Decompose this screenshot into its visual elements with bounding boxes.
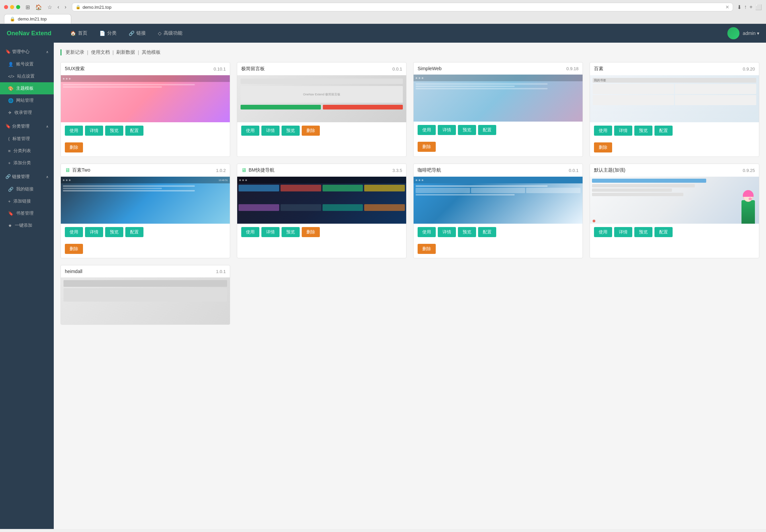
browser-tabs: 🔒 demo.lm21.top <box>4 14 762 24</box>
clear-url-button[interactable]: ✕ <box>725 4 729 10</box>
prev-button[interactable]: ‹ <box>56 3 60 11</box>
sidebar-item-account[interactable]: 👤 账号设置 <box>0 58 54 70</box>
detail-baisu-button[interactable]: 详情 <box>614 126 632 136</box>
preview-jijian-button[interactable]: 预览 <box>282 126 300 136</box>
config-coffee-button[interactable]: 配置 <box>478 227 496 237</box>
top-nav: OneNav Extend 🏠 首页 📄 分类 🔗 链接 ◇ 高级功能 admi <box>0 24 766 43</box>
detail-baisutwo-button[interactable]: 详情 <box>85 227 103 237</box>
sidebar: 🔖 管理中心 ∧ 👤 账号设置 </> 站点设置 🎨 主题模板 🌐 <box>0 43 54 529</box>
theme-name-bm: 🖥 BM快捷导航 <box>241 167 274 173</box>
links-group-label: 🔗 链接管理 <box>5 174 30 180</box>
sidebar-item-addlink[interactable]: + 添加链接 <box>0 195 54 207</box>
config-default-button[interactable]: 配置 <box>654 227 673 237</box>
delete-coffee-button[interactable]: 删除 <box>418 244 436 254</box>
detail-5iux-button[interactable]: 详情 <box>85 126 103 136</box>
config-5iux-button[interactable]: 配置 <box>125 126 143 136</box>
sidebar-item-site[interactable]: </> 站点设置 <box>0 70 54 82</box>
sidebar-item-quickadd[interactable]: ★ 一键添加 <box>0 219 54 231</box>
delete-simpleweb-button[interactable]: 删除 <box>418 142 436 152</box>
preview-baisu-button[interactable]: 预览 <box>634 126 652 136</box>
config-baisutwo-button[interactable]: 配置 <box>125 227 143 237</box>
sidebar-item-tags[interactable]: ⟨ 标签管理 <box>0 133 54 145</box>
share-button[interactable]: ↑ <box>744 4 747 10</box>
back-button[interactable]: ⊞ <box>24 3 31 11</box>
nav-item-home[interactable]: 🏠 首页 <box>65 28 93 39</box>
links-group-icon: 🔗 <box>5 174 11 179</box>
detail-bm-button[interactable]: 详情 <box>261 227 280 237</box>
sidebar-item-mylinks[interactable]: 🔗 我的链接 <box>0 183 54 195</box>
sidebar-group-header-links[interactable]: 🔗 链接管理 ∧ <box>0 170 54 183</box>
bookmark-icon: 🔖 <box>8 211 13 216</box>
browser-chrome: ⊞ 🏠 ☆ ‹ › 🔒 ✕ ⬇ ↑ + ⬜ 🔒 demo.lm21.top <box>0 0 766 24</box>
theme-actions-baisutwo: 使用 详情 预览 配置 <box>61 224 230 240</box>
theme-actions-simpleweb: 使用 详情 预览 配置 <box>414 122 583 138</box>
list-icon: ≡ <box>8 148 11 153</box>
preview-baisutwo-button[interactable]: 预览 <box>105 227 123 237</box>
theme-card-5iux: 5IUX搜索 0.10.1 <box>60 62 230 157</box>
use-5iux-button[interactable]: 使用 <box>65 126 83 136</box>
sidebar-group-category: 🔖 分类管理 ∧ ⟨ 标签管理 ≡ 分类列表 + 添加分类 <box>0 120 54 169</box>
delete-baisu-button[interactable]: 删除 <box>594 142 612 152</box>
address-bar[interactable]: 🔒 ✕ <box>72 3 733 11</box>
download-button[interactable]: ⬇ <box>737 4 741 10</box>
active-tab[interactable]: 🔒 demo.lm21.top <box>4 14 71 24</box>
nav-right: admin ▾ <box>727 27 759 39</box>
sidebar-item-website[interactable]: 🌐 网站管理 <box>0 94 54 106</box>
next-button[interactable]: › <box>63 3 68 11</box>
breadcrumb-refresh[interactable]: 刷新数据 <box>116 49 135 55</box>
preview-simpleweb-button[interactable]: 预览 <box>458 125 476 135</box>
theme-actions-baisu: 使用 详情 预览 配置 <box>590 122 759 139</box>
preview-5iux-button[interactable]: 预览 <box>105 126 123 136</box>
theme-actions-jijian: 使用 详情 预览 删除 <box>237 122 406 139</box>
use-jijian-button[interactable]: 使用 <box>241 126 259 136</box>
breadcrumb-update[interactable]: 更新记录 <box>66 49 84 55</box>
nav-item-advanced[interactable]: ◇ 高级功能 <box>153 28 188 39</box>
preview-bm-button[interactable]: 预览 <box>282 227 300 237</box>
use-bm-button[interactable]: 使用 <box>241 227 259 237</box>
preview-default-button[interactable]: 预览 <box>634 227 652 237</box>
use-coffee-button[interactable]: 使用 <box>418 227 436 237</box>
sidebar-item-bookmarks[interactable]: 🔖 书签管理 <box>0 207 54 219</box>
detail-default-button[interactable]: 详情 <box>614 227 632 237</box>
maximize-button[interactable] <box>16 5 20 9</box>
sidebar-group-header-management[interactable]: 🔖 管理中心 ∧ <box>0 45 54 58</box>
admin-menu[interactable]: admin ▾ <box>743 31 759 36</box>
bookmark-button[interactable]: ☆ <box>46 3 53 11</box>
close-button[interactable] <box>4 5 8 9</box>
delete-5iux-button[interactable]: 删除 <box>65 142 83 152</box>
detail-simpleweb-button[interactable]: 详情 <box>438 125 456 135</box>
detail-coffee-button[interactable]: 详情 <box>438 227 456 237</box>
delete-baisutwo-button[interactable]: 删除 <box>65 244 83 254</box>
home-icon: 🏠 <box>70 31 76 36</box>
category-group-label: 🔖 分类管理 <box>5 123 30 129</box>
use-default-button[interactable]: 使用 <box>594 227 612 237</box>
sidebar-item-addcat[interactable]: + 添加分类 <box>0 157 54 169</box>
nav-item-links[interactable]: 🔗 链接 <box>123 28 151 39</box>
use-simpleweb-button[interactable]: 使用 <box>418 125 436 135</box>
nav-item-category[interactable]: 📄 分类 <box>94 28 122 39</box>
delete-bm-button[interactable]: 删除 <box>302 227 320 237</box>
use-baisutwo-button[interactable]: 使用 <box>65 227 83 237</box>
url-input[interactable] <box>83 5 723 10</box>
avatar <box>727 27 739 39</box>
use-baisu-button[interactable]: 使用 <box>594 126 612 136</box>
sidebar-toggle[interactable]: 🏠 <box>34 3 43 11</box>
sidebar-item-collection[interactable]: ✈ 收录管理 <box>0 106 54 119</box>
theme-delete-5iux: 删除 <box>61 139 230 157</box>
windows-button[interactable]: ⬜ <box>755 4 762 10</box>
sidebar-item-catlist[interactable]: ≡ 分类列表 <box>0 145 54 157</box>
breadcrumb-other[interactable]: 其他模板 <box>142 49 161 55</box>
breadcrumb-docs[interactable]: 使用文档 <box>91 49 110 55</box>
theme-preview-coffee <box>414 177 583 224</box>
config-simpleweb-button[interactable]: 配置 <box>478 125 496 135</box>
theme-preview-bm <box>237 177 406 224</box>
config-baisu-button[interactable]: 配置 <box>654 126 673 136</box>
detail-jijian-button[interactable]: 详情 <box>261 126 280 136</box>
sidebar-group-header-category[interactable]: 🔖 分类管理 ∧ <box>0 120 54 133</box>
sidebar-item-theme[interactable]: 🎨 主题模板 <box>0 82 54 94</box>
breadcrumb: 更新记录 | 使用文档 | 刷新数据 | 其他模板 <box>60 49 759 55</box>
preview-coffee-button[interactable]: 预览 <box>458 227 476 237</box>
minimize-button[interactable] <box>10 5 14 9</box>
new-tab-button[interactable]: + <box>750 4 753 10</box>
delete-jijian-button[interactable]: 删除 <box>302 126 320 136</box>
